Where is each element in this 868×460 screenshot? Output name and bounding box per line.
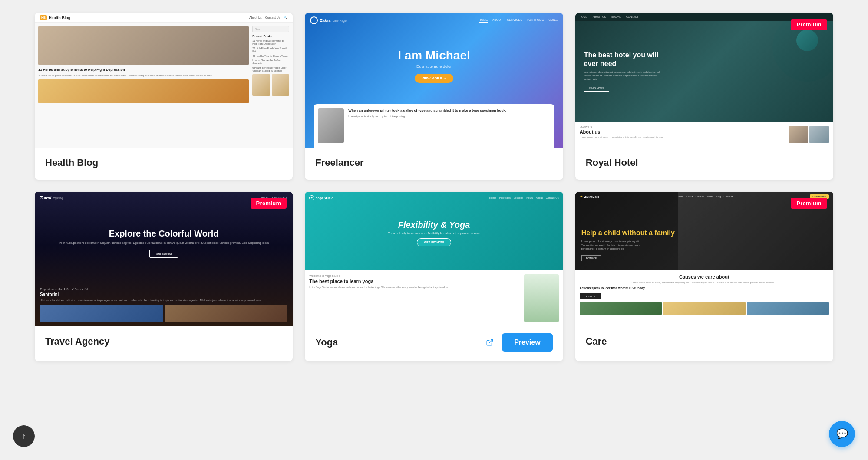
yoga-hero-title: Flexibility & Yoga [398, 220, 470, 230]
fl-hero: I am Michael Duis aute irure dolor VIEW … [305, 28, 563, 104]
chat-icon: 💬 [836, 428, 848, 440]
hb-sidebar: Search... Recent Posts 11 Herbs and Supp… [252, 26, 289, 144]
ta-lower: Experience the Life of Beautiful Santori… [35, 283, 293, 326]
rh-lower-know: KNOW US [580, 126, 785, 128]
card-travel-agency[interactable]: Premium Travel Agency About Destinations… [35, 192, 293, 361]
rh-nav-home: HOME [580, 16, 587, 18]
yoga-hero-btn[interactable]: GET FIT NOW [417, 238, 452, 246]
care-hero-btn[interactable]: DONATE [581, 255, 602, 261]
preview-icon-button-yoga[interactable] [482, 335, 498, 350]
care-lower-imgs [580, 302, 829, 315]
hb-recent-title: Recent Posts [252, 35, 289, 38]
preview-button-yoga[interactable]: Preview [502, 333, 552, 352]
ta-hero: Explore the Colorful World Mi in nulla p… [35, 203, 293, 283]
fl-lower-text: When an unknown printer took a galley of… [348, 108, 506, 118]
card-health-blog[interactable]: HB Health Blog About Us Contact Us 🔍 11 … [35, 13, 293, 180]
fl-nav-link-home: HOME [479, 18, 488, 23]
care-nav-links: Home About Causes Team Blog Contact [677, 195, 733, 198]
rh-nav-rooms: ROOMS [611, 16, 621, 18]
hb-main: 11 Herbs and Supplements to Help Fight D… [38, 26, 249, 144]
care-lower-img-3 [747, 302, 829, 315]
care-lower-title: Causes we care about [580, 274, 829, 279]
hb-recent-5: 6 Health Benefits of Apple Cider Vinegar… [252, 66, 289, 72]
care-lower-donate-btn[interactable]: DONATE [580, 293, 601, 299]
hb-search-icon: 🔍 [284, 16, 287, 20]
card-label-travel-agency: Travel Agency [35, 326, 293, 358]
hb-cards-row [252, 74, 289, 96]
rh-lower-title: About us [580, 129, 785, 135]
rh-lower-text: KNOW US About us Lorem ipsum dolor sit a… [580, 126, 785, 139]
card-royal-hotel[interactable]: Premium HOME ABOUT US ROOMS CONTACT ROYA… [575, 13, 833, 180]
card-footer-yoga: Yoga Preview [305, 326, 563, 361]
fl-lower-img [318, 108, 344, 143]
care-lower-cta: Actions speak louder than words! Give to… [580, 286, 829, 289]
fl-hero-btn[interactable]: VIEW MORE → [415, 74, 453, 83]
care-lower: Causes we care about Lorem ipsum dolor s… [575, 270, 833, 326]
rh-hero-title: The best hotel you will ever need [584, 51, 662, 67]
fl-nav-link-services: SERVICES [507, 18, 522, 23]
rh-hero-btn[interactable]: READ MORE [584, 85, 609, 92]
yoga-hero-nav: ✦ Yoga Studio Home Packages Lessons News… [305, 195, 563, 200]
care-nav-contact: Contact [724, 195, 733, 198]
care-hero-title: Help a child without a family [581, 229, 675, 237]
yoga-nav-contact: Contact Us [546, 197, 559, 199]
card-care[interactable]: Premium ✦ ZakraCare Home About Causes Te… [575, 192, 833, 361]
rh-lower-img-1 [789, 126, 808, 143]
ta-overlay: Travel Agency About Destinations Explore… [35, 192, 293, 326]
thumbnail-travel-agency: Premium Travel Agency About Destinations… [35, 192, 293, 326]
svg-line-0 [489, 339, 493, 343]
chat-button[interactable]: 💬 [829, 421, 855, 447]
hb-recent-4: How to Choose the Perfect Avocado [252, 59, 289, 65]
hb-recent-3: 40 Healthy Tips for Hungry Teens [252, 55, 289, 58]
hb-nav-link-about: About Us [249, 16, 262, 20]
hb-nav-link-contact: Contact Us [265, 16, 281, 20]
hb-article-title: 11 Herbs and Supplements to Help Fight D… [38, 68, 249, 72]
card-freelancer[interactable]: Zakra One Page HOME ABOUT SERVICES PORTF… [305, 13, 563, 180]
hb-logo: HB Health Blog [40, 15, 70, 20]
rh-hero-text: Lorem ipsum dolor sit amet, consectetur … [584, 70, 662, 81]
card-label-care: Care [575, 326, 833, 358]
premium-badge-travel: Premium [251, 198, 287, 209]
card-yoga[interactable]: ✦ Yoga Studio Home Packages Lessons News… [305, 192, 563, 361]
yoga-lower: Welcome to Yoga Studio The best place to… [305, 270, 563, 326]
care-nav-logo-text: ZakraCare [584, 195, 599, 198]
care-nav-team: Team [707, 195, 713, 198]
yoga-nav-links: Home Packages Lessons News About Contact… [489, 197, 559, 199]
thumbnail-freelancer: Zakra One Page HOME ABOUT SERVICES PORTF… [305, 13, 563, 148]
hb-recent-1: 11 Herbs and Supplements to Help Fight D… [252, 39, 289, 46]
ta-hero-btn[interactable]: Get Started [149, 250, 178, 258]
hb-recent-2: 22 High Fiber Foods You Should Eat [252, 47, 289, 53]
ta-lower-title: Santorini [40, 292, 287, 297]
care-nav-home: Home [677, 195, 683, 198]
fl-hero-sub: Duis aute irure dolor [416, 64, 452, 69]
hb-nav: About Us Contact Us 🔍 [249, 16, 287, 20]
premium-badge-care: Premium [791, 198, 827, 209]
scroll-up-button[interactable]: ↑ [13, 425, 35, 447]
care-hero-desc: Lorem ipsum dolor sit amet, consectetur … [581, 240, 642, 250]
yoga-lower-desc: In the Yoga Studio, we are always dedica… [309, 286, 520, 289]
fl-nav-links: HOME ABOUT SERVICES PORTFOLIO CON... [479, 18, 558, 23]
care-nav-blog: Blog [716, 195, 721, 198]
fl-lower-content: When an unknown printer took a galley of… [318, 108, 550, 143]
hb-hero-image [38, 26, 249, 65]
fl-nav-logo-text: Zakra [320, 18, 330, 23]
care-lower-desc: Lorem ipsum dolor sit amet, consectetur … [580, 281, 829, 284]
care-nav-logo: ✦ ZakraCare [580, 194, 599, 199]
card-footer-label-yoga: Yoga [315, 337, 338, 348]
yoga-nav-about: About [536, 197, 543, 199]
card-label-freelancer: Freelancer [305, 148, 563, 180]
yoga-nav-packages: Packages [499, 197, 511, 199]
ta-lower-img-1 [40, 305, 163, 322]
ta-nav-logo-sub: Agency [53, 196, 63, 199]
hb-card-small-2 [272, 74, 290, 96]
template-grid: HB Health Blog About Us Contact Us 🔍 11 … [0, 0, 868, 374]
rh-lower-imgs [789, 126, 829, 143]
card-label-health-blog: Health Blog [35, 148, 293, 180]
rh-hero: ROYAL ★★★ The best hotel you will ever n… [575, 21, 833, 122]
ta-lower-sub: Experience the Life of Beautiful [40, 287, 287, 291]
hb-body: 11 Herbs and Supplements to Help Fight D… [35, 23, 293, 148]
fl-hero-title: I am Michael [398, 49, 470, 62]
care-nav-logo-icon: ✦ [580, 194, 583, 199]
fl-lower-text-body: Lorem ipsum is simply dummy text of the … [348, 115, 506, 118]
ta-lower-img-2 [165, 305, 288, 322]
